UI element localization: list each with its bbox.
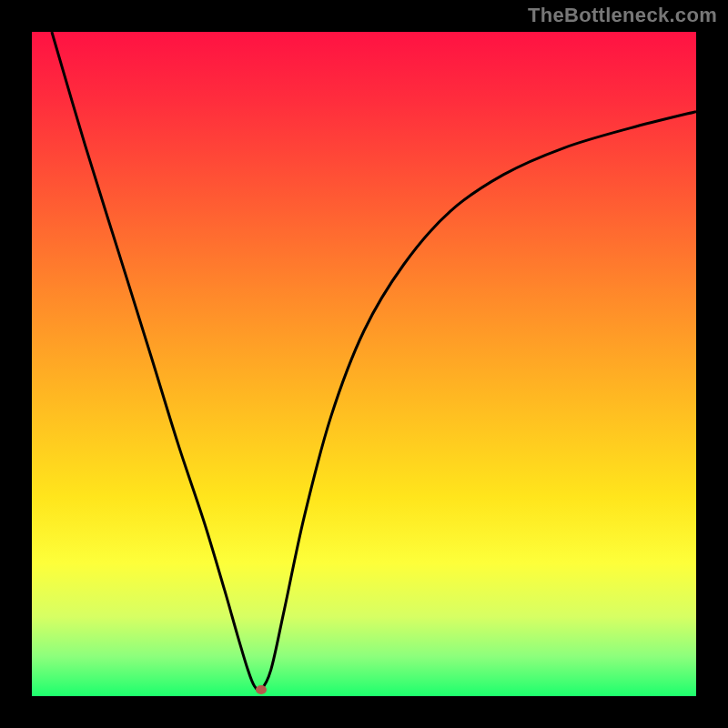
watermark-text: TheBottleneck.com: [528, 4, 717, 27]
minimum-marker: [256, 685, 267, 694]
bottleneck-curve: [52, 32, 696, 691]
plot-area: [32, 32, 696, 696]
curve-svg: [32, 32, 696, 696]
chart-frame: TheBottleneck.com: [0, 0, 728, 728]
